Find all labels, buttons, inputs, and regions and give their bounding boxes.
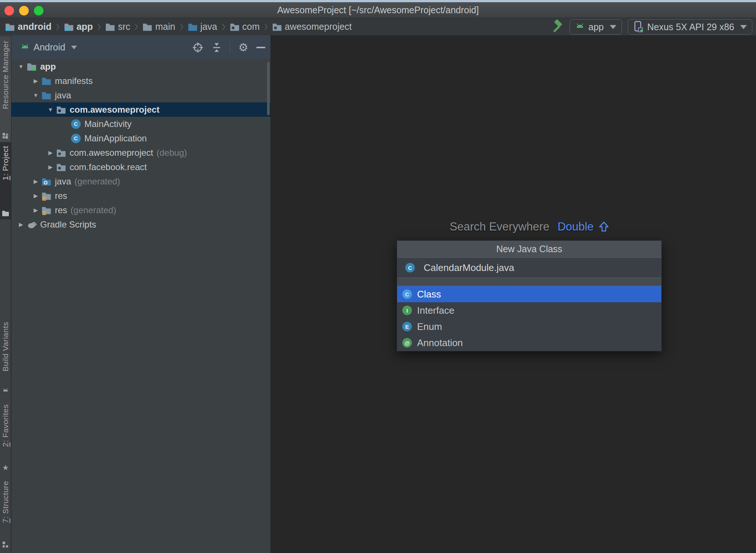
tree-row-gradle-scripts[interactable]: ▶ Gradle Scripts (11, 217, 270, 232)
expand-triangle-icon[interactable]: ▼ (45, 106, 56, 113)
breadcrumb-awesomeproject[interactable]: awesomeproject (272, 21, 352, 32)
breadcrumb-android[interactable]: android (5, 21, 52, 32)
structure-icon (2, 541, 9, 548)
chevron-down-icon (610, 25, 616, 29)
shapes-icon (2, 133, 9, 139)
tree-row-manifests[interactable]: ▶ manifests (11, 74, 270, 88)
res-folder-icon (41, 191, 52, 201)
chevron-right-icon (222, 23, 225, 31)
device-label: Nexus 5X API 29 x86 (647, 22, 734, 32)
expand-triangle-icon[interactable]: ▶ (45, 164, 56, 170)
package-icon (272, 22, 282, 31)
virtual-device-icon (633, 21, 644, 33)
android-icon (20, 43, 30, 52)
folder-icon (143, 22, 152, 31)
breadcrumb-src[interactable]: src (105, 21, 130, 32)
tool-window-build-variants[interactable]: Build Variants (0, 318, 11, 396)
expand-triangle-icon[interactable]: ▶ (16, 221, 26, 228)
shift-arrow-icon (599, 221, 609, 232)
expand-triangle-icon[interactable]: ▼ (16, 63, 26, 70)
tree-row-mainapplication[interactable]: C MainApplication (11, 131, 270, 145)
popup-separator (397, 278, 661, 286)
tree-row-res[interactable]: ▶ res (11, 189, 270, 203)
new-java-class-popup: New Java Class C CalendarModule.java C C… (397, 240, 662, 351)
traffic-lights (4, 6, 43, 15)
class-name-input[interactable]: C CalendarModule.java (397, 258, 661, 278)
res-folder-icon (41, 205, 52, 215)
close-button[interactable] (4, 6, 14, 15)
expand-triangle-icon[interactable]: ▶ (45, 149, 56, 156)
locate-icon[interactable] (192, 42, 203, 53)
hint-shortcut-text: Double (557, 220, 594, 233)
star-icon: ★ (2, 463, 9, 472)
source-folder-icon (188, 22, 197, 31)
run-configuration-select[interactable]: app (570, 19, 622, 35)
expand-triangle-icon[interactable]: ▶ (31, 178, 41, 185)
tree-scrollbar-thumb[interactable] (267, 62, 270, 115)
device-select[interactable]: Nexus 5X API 29 x86 (628, 19, 752, 35)
module-folder-icon (5, 22, 15, 31)
expand-triangle-icon[interactable]: ▶ (31, 78, 41, 84)
hammer-icon[interactable] (549, 20, 564, 34)
module-folder-run-icon (26, 62, 37, 71)
tree-row-com-awesomeproject[interactable]: ▼ com.awesomeproject (11, 102, 270, 117)
zoom-button[interactable] (34, 6, 43, 15)
hide-icon[interactable] (256, 47, 265, 48)
gradle-icon (26, 220, 37, 229)
settings-gear-icon[interactable]: ⚙ (238, 42, 248, 53)
option-interface[interactable]: I Interface (397, 302, 661, 318)
tool-window-structure[interactable]: 7: Structure (0, 477, 11, 551)
expand-triangle-icon[interactable]: ▶ (31, 207, 41, 214)
generated-source-folder-icon (41, 177, 52, 186)
annotation-icon: @ (402, 338, 412, 348)
package-icon (56, 162, 67, 172)
tree-row-app[interactable]: ▼ app (11, 59, 270, 74)
minimize-button[interactable] (19, 6, 29, 15)
chevron-right-icon (97, 23, 101, 31)
build-variants-label: Build Variants (1, 322, 10, 371)
tree-row-res-generated[interactable]: ▶ res (generated) (11, 203, 270, 217)
breadcrumb-com[interactable]: com (230, 21, 260, 32)
project-view-label: Android (34, 42, 65, 53)
tool-window-favorites[interactable]: 2: Favorites ★ (0, 401, 11, 475)
tree-row-com-facebook-react[interactable]: ▶ com.facebook.react (11, 160, 270, 174)
breadcrumb-main[interactable]: main (143, 21, 175, 32)
project-label: : Project (1, 146, 10, 176)
hint-text: Search Everywhere (450, 220, 550, 233)
package-icon (56, 148, 67, 158)
tree-row-com-awesomeproject-debug[interactable]: ▶ com.awesomeproject (debug) (11, 145, 270, 160)
project-view-selector[interactable]: Android (20, 42, 77, 53)
collapse-all-icon[interactable] (211, 42, 222, 53)
interface-icon: I (402, 306, 412, 315)
tree-row-java[interactable]: ▼ java (11, 88, 270, 102)
resource-manager-label: Resource Manager (1, 40, 10, 109)
breadcrumb-app[interactable]: app (64, 21, 93, 32)
option-annotation[interactable]: @ Annotation (397, 335, 661, 351)
chevron-down-icon (71, 46, 77, 49)
tree-row-java-generated[interactable]: ▶ java (generated) (11, 174, 270, 189)
tool-window-project[interactable]: 1: Project (0, 142, 11, 219)
option-class[interactable]: C Class (397, 286, 661, 302)
structure-label: : Structure (1, 481, 10, 518)
android-studio-window: AwesomeProject [~/src/AwesomeProject/and… (0, 0, 756, 553)
option-enum[interactable]: E Enum (397, 318, 661, 335)
chevron-right-icon (134, 23, 138, 31)
class-name-value: CalendarModule.java (424, 262, 514, 274)
source-folder-icon (41, 76, 52, 86)
title-bar[interactable]: AwesomeProject [~/src/AwesomeProject/and… (0, 2, 756, 18)
tree-row-mainactivity[interactable]: C MainActivity (11, 117, 270, 131)
folder-icon (105, 22, 115, 31)
expand-triangle-icon[interactable]: ▶ (31, 193, 41, 199)
divider (230, 41, 230, 54)
android-head-icon (2, 387, 9, 393)
tool-window-resource-manager[interactable]: Resource Manager (0, 37, 11, 142)
breadcrumb-java[interactable]: java (188, 21, 217, 32)
source-folder-icon (41, 91, 52, 100)
class-icon: C (70, 134, 81, 143)
expand-triangle-icon[interactable]: ▼ (31, 92, 41, 98)
enum-icon: E (402, 322, 412, 331)
android-icon (575, 23, 585, 31)
project-folder-icon (2, 210, 9, 216)
run-configuration-label: app (588, 22, 604, 32)
package-icon (230, 22, 239, 31)
